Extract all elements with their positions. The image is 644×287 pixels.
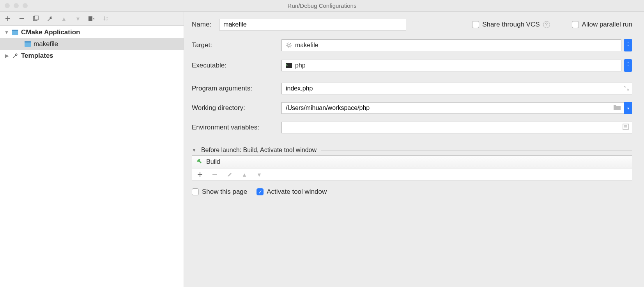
window-title: Run/Debug Configurations bbox=[0, 2, 644, 9]
hammer-icon bbox=[196, 158, 202, 166]
executable-stepper[interactable]: ˄ ˅ bbox=[624, 59, 632, 72]
chevron-down-icon: ˅ bbox=[627, 45, 629, 49]
minimize-window-button[interactable] bbox=[14, 3, 19, 8]
environment-variables-label: Environment variables: bbox=[192, 124, 281, 131]
move-down-icon: ▼ bbox=[74, 15, 82, 23]
svg-rect-1 bbox=[35, 16, 38, 20]
titlebar: Run/Debug Configurations bbox=[0, 0, 644, 12]
name-input-field[interactable] bbox=[223, 21, 402, 28]
checkbox-checked-icon: ✓ bbox=[257, 188, 264, 195]
name-label: Name: bbox=[192, 21, 211, 28]
save-template-icon[interactable] bbox=[88, 15, 96, 23]
folder-icon[interactable] bbox=[614, 105, 621, 112]
show-this-page-label: Show this page bbox=[202, 188, 247, 196]
program-arguments-field[interactable] bbox=[286, 85, 628, 92]
help-icon[interactable]: ? bbox=[543, 21, 550, 28]
svg-text:a: a bbox=[106, 16, 108, 19]
before-launch-label: Before launch: Build, Activate tool wind… bbox=[201, 147, 317, 154]
executable-combo[interactable]: php bbox=[281, 60, 621, 71]
before-launch-item-label: Build bbox=[206, 158, 220, 165]
chevron-down-icon: ▼ bbox=[4, 30, 9, 35]
terminal-icon bbox=[286, 62, 292, 69]
checkbox-icon bbox=[192, 188, 199, 195]
svg-rect-7 bbox=[25, 41, 31, 43]
chevron-down-icon: ˅ bbox=[627, 66, 629, 69]
tree-node-makefile[interactable]: makefile bbox=[0, 38, 184, 50]
divider bbox=[321, 150, 632, 151]
svg-text:z: z bbox=[106, 19, 108, 21]
application-icon bbox=[12, 29, 19, 35]
working-directory-label: Working directory: bbox=[192, 104, 281, 112]
show-this-page-checkbox[interactable]: Show this page bbox=[192, 188, 247, 196]
edit-defaults-icon[interactable] bbox=[46, 15, 54, 23]
tree-node-cmake-application[interactable]: ▼ CMake Application bbox=[0, 27, 184, 38]
svg-point-8 bbox=[288, 44, 290, 46]
chevron-down-icon: ▼ bbox=[192, 147, 196, 153]
target-stepper[interactable]: ˄ ˅ bbox=[624, 39, 632, 51]
list-icon[interactable] bbox=[623, 124, 629, 131]
remove-icon bbox=[211, 171, 219, 179]
activate-tool-window-checkbox[interactable]: ✓ Activate tool window bbox=[257, 188, 327, 196]
share-label: Share through VCS bbox=[482, 21, 540, 28]
configuration-editor: Name: Share through VCS ? Allow parallel… bbox=[184, 12, 644, 287]
tree-node-label: Templates bbox=[21, 52, 53, 60]
environment-variables-input[interactable] bbox=[281, 122, 632, 133]
program-arguments-input[interactable] bbox=[281, 83, 632, 94]
chevron-down-icon: ▾ bbox=[627, 106, 629, 110]
sort-icon: az bbox=[102, 15, 110, 23]
tree-node-templates[interactable]: ▶ Templates bbox=[0, 50, 184, 62]
tree-node-label: CMake Application bbox=[21, 28, 80, 36]
svg-rect-5 bbox=[12, 30, 18, 31]
working-directory-field[interactable] bbox=[286, 105, 620, 112]
executable-label: Executable: bbox=[192, 62, 281, 69]
gear-icon bbox=[286, 42, 292, 48]
target-label: Target: bbox=[192, 41, 281, 49]
configurations-panel: ▲ ▼ az ▼ CMake Application makefile bbox=[0, 12, 184, 287]
working-directory-input[interactable] bbox=[281, 102, 624, 114]
move-up-icon: ▲ bbox=[60, 15, 68, 23]
tree-node-label: makefile bbox=[34, 40, 58, 48]
allow-parallel-run-checkbox[interactable]: Allow parallel run bbox=[572, 21, 632, 28]
before-launch-header[interactable]: ▼ Before launch: Build, Activate tool wi… bbox=[192, 147, 632, 154]
window-controls bbox=[5, 3, 28, 8]
remove-icon[interactable] bbox=[18, 15, 26, 23]
chevron-right-icon: ▶ bbox=[4, 53, 9, 58]
expand-icon[interactable] bbox=[624, 85, 629, 92]
allow-parallel-label: Allow parallel run bbox=[582, 21, 632, 28]
edit-icon bbox=[226, 171, 234, 179]
copy-icon[interactable] bbox=[32, 15, 40, 23]
configurations-toolbar: ▲ ▼ az bbox=[0, 12, 184, 26]
before-launch-item[interactable]: Build bbox=[192, 156, 632, 168]
name-input[interactable] bbox=[219, 19, 406, 30]
add-icon[interactable] bbox=[196, 171, 204, 179]
before-launch-toolbar: ▲ ▼ bbox=[192, 168, 632, 181]
move-up-icon: ▲ bbox=[241, 171, 248, 179]
share-through-vcs-checkbox[interactable]: Share through VCS ? bbox=[472, 21, 550, 28]
wrench-icon bbox=[12, 53, 19, 59]
move-down-icon: ▼ bbox=[255, 171, 263, 179]
activate-tool-window-label: Activate tool window bbox=[267, 188, 327, 196]
executable-value: php bbox=[295, 62, 306, 69]
before-launch-list: Build ▲ ▼ bbox=[192, 155, 632, 181]
close-window-button[interactable] bbox=[5, 3, 10, 8]
application-icon bbox=[24, 41, 31, 47]
maximize-window-button[interactable] bbox=[23, 3, 28, 8]
configurations-tree: ▼ CMake Application makefile ▶ Templates bbox=[0, 26, 184, 287]
program-arguments-label: Program arguments: bbox=[192, 85, 281, 92]
target-value: makefile bbox=[295, 42, 318, 49]
checkbox-icon bbox=[472, 21, 479, 28]
add-icon[interactable] bbox=[4, 15, 12, 23]
checkbox-icon bbox=[572, 21, 579, 28]
working-directory-dropdown[interactable]: ▾ bbox=[624, 102, 632, 114]
target-combo[interactable]: makefile bbox=[281, 39, 621, 51]
environment-variables-field[interactable] bbox=[286, 124, 628, 131]
